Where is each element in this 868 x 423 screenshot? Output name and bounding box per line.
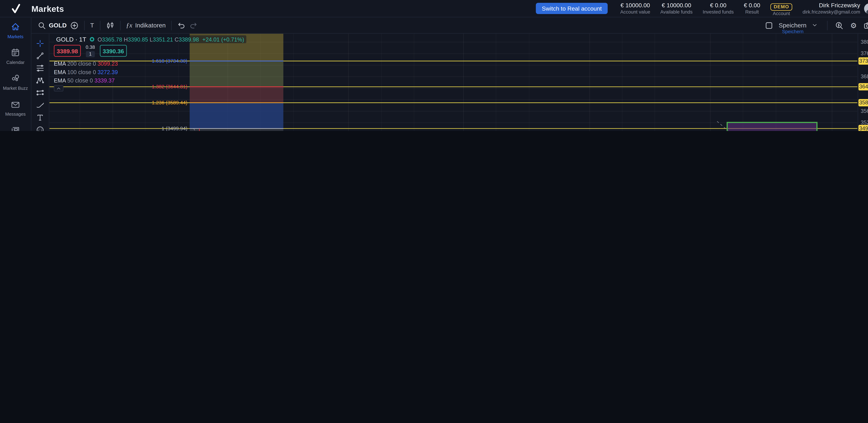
buy-button[interactable]: 3390.36 [100, 45, 127, 57]
tool-forecast[interactable] [34, 87, 46, 99]
save-button[interactable]: Speichern Speichern [779, 22, 821, 29]
stat-invested-funds: € 0.00 Invested funds [703, 2, 734, 15]
brush-icon [36, 101, 44, 109]
redo-icon [189, 21, 197, 29]
legend-change: +24.01 (+0.71%) [202, 36, 244, 42]
svg-text:1.236 (3589.44): 1.236 (3589.44) [152, 100, 187, 105]
plus-circle-icon [70, 21, 78, 29]
logo-check-icon [10, 3, 21, 14]
user-email: dirk.friczewsky@gmail.com [803, 9, 860, 15]
svg-text:3520.00: 3520.00 [861, 119, 868, 125]
emoji-icon [36, 125, 44, 131]
quick-search-icon[interactable] [835, 21, 843, 29]
tool-fib-retracement[interactable] [34, 62, 46, 74]
chart-toolbar: GOLD T ƒx Indikatoren Speichern Speic [31, 18, 868, 34]
spread-value: 0.38 [83, 45, 98, 50]
app-logo[interactable] [0, 3, 31, 14]
gear-icon[interactable]: ⚙ [850, 21, 857, 29]
svg-text:3499.94: 3499.94 [859, 125, 868, 131]
svg-text:3644.81: 3644.81 [859, 84, 868, 90]
chevron-up-icon [56, 86, 61, 91]
account-type: DEMO Account [770, 0, 793, 17]
price-chart[interactable]: 1.618 (3734.30)1.382 (3644.81)1.236 (358… [49, 34, 868, 131]
sidebar-item-news[interactable]: News [0, 125, 31, 131]
legend-symbol: GOLD · 1T [56, 36, 86, 43]
svg-text:1.618 (3734.30): 1.618 (3734.30) [152, 58, 187, 64]
tool-text[interactable] [34, 111, 46, 123]
drawing-toolbar [31, 34, 49, 131]
tool-crosshair[interactable] [34, 37, 46, 49]
home-icon [10, 22, 20, 31]
undo-icon [178, 21, 186, 29]
sidebar-item-calendar[interactable]: Calendar [0, 48, 31, 65]
interval-button[interactable]: T [89, 22, 96, 29]
switch-to-real-account-button[interactable]: Switch to Real account [536, 3, 608, 14]
stat-account-value: € 10000.00 Account value [620, 2, 650, 15]
svg-text:3760.00: 3760.00 [861, 50, 868, 56]
svg-text:1 (3499.94): 1 (3499.94) [162, 126, 187, 131]
svg-text:3560.00: 3560.00 [861, 108, 868, 114]
save-tooltip: Speichern [782, 29, 804, 34]
svg-text:1.382 (3644.81): 1.382 (3644.81) [152, 84, 187, 89]
ema-100-row[interactable]: EMA 100 close 0 3272.39 [54, 68, 118, 76]
market-status-icon [90, 37, 94, 41]
top-bar: Markets Switch to Real account € 10000.0… [0, 0, 868, 18]
text-icon [36, 113, 44, 121]
ema-50-row[interactable]: EMA 50 close 0 3339.37 [54, 77, 118, 85]
user-info[interactable]: Dirk Friczewsky dirk.friczewsky@gmail.co… [803, 2, 860, 15]
calendar-icon [10, 48, 20, 57]
svg-text:3680.00: 3680.00 [861, 73, 868, 80]
chart-type-button[interactable] [104, 21, 116, 29]
candlestick-icon [106, 21, 114, 29]
redo-button[interactable] [187, 21, 199, 29]
sidebar-item-messages[interactable]: Messages [0, 100, 31, 117]
stat-available-funds: € 10000.00 Available funds [660, 2, 693, 15]
trading-app: Markets Switch to Real account € 10000.0… [0, 0, 868, 131]
page-title: Markets [31, 4, 64, 13]
chart-legend[interactable]: GOLD · 1T O3365.78 H3390.85 L3351.21 C33… [54, 35, 246, 43]
tool-pattern[interactable] [34, 74, 46, 87]
trend-line-icon [36, 51, 44, 60]
svg-text:3734.30: 3734.30 [859, 58, 868, 64]
demo-badge: DEMO [770, 3, 793, 10]
tool-trend-line[interactable] [34, 49, 46, 62]
envelope-icon [10, 100, 20, 109]
camera-icon[interactable] [864, 21, 868, 29]
layout-icon[interactable] [765, 21, 773, 29]
symbol-search[interactable]: GOLD [36, 21, 68, 29]
avatar[interactable] [864, 3, 868, 14]
sidebar-item-markets[interactable]: Markets [0, 22, 31, 39]
sidebar-item-market-buzz[interactable]: Market Buzz [0, 74, 31, 91]
newspaper-icon [10, 125, 20, 131]
indicator-legend: EMA 200 close 0 3099.23 EMA 100 close 0 … [54, 60, 118, 85]
trade-widget: 3389.98 0.38 1 3390.36 [54, 45, 127, 57]
left-nav: Markets Calendar Market Buzz Messages Ne… [0, 18, 31, 131]
search-icon [38, 21, 46, 29]
fx-icon: ƒx [126, 21, 132, 29]
legend-collapse-button[interactable] [54, 85, 63, 92]
forecast-icon [36, 88, 44, 97]
quantity-field[interactable]: 1 [86, 51, 95, 57]
user-name: Dirk Friczewsky [803, 2, 860, 9]
compare-add-button[interactable] [68, 21, 80, 29]
tool-brush[interactable] [34, 99, 46, 111]
crosshair-icon [36, 39, 44, 48]
tool-emoji[interactable] [34, 123, 46, 131]
undo-button[interactable] [176, 21, 188, 29]
fib-retracement-icon [36, 64, 44, 72]
chevron-down-icon [812, 22, 818, 28]
ema-200-row[interactable]: EMA 200 close 0 3099.23 [54, 60, 118, 68]
svg-text:3800.00: 3800.00 [861, 39, 868, 45]
pattern-icon [36, 76, 44, 84]
legend-ohlc: O3365.78 H3390.85 L3351.21 C3389.98 [98, 36, 199, 42]
stat-result: € 0.00 Result [744, 2, 760, 15]
svg-text:3589.44: 3589.44 [859, 99, 868, 105]
bubbles-icon [10, 74, 20, 83]
sell-button[interactable]: 3389.98 [54, 45, 81, 57]
indicators-button[interactable]: ƒx Indikatoren [124, 21, 167, 29]
